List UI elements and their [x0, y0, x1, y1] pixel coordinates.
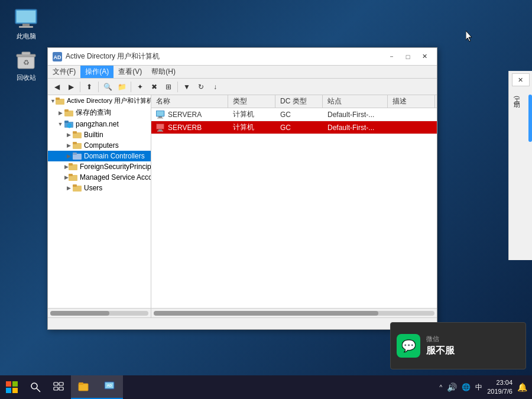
tree-foreign-security[interactable]: ▶ ForeignSecurityPrincip... [48, 161, 151, 172]
col-name[interactable]: 名称 [151, 95, 228, 108]
scrollbar-indicator[interactable] [528, 95, 532, 142]
menu-file[interactable]: 文件(F) [48, 66, 80, 78]
list-header: 名称 类型 DC 类型 站点 描述 [151, 95, 437, 108]
svg-rect-31 [158, 116, 162, 118]
tree-folder-icon-queries [64, 109, 74, 117]
tree-folder-icon-builtin [73, 131, 82, 139]
tree-expand-foreign: ▶ [64, 164, 69, 170]
list-row-servera[interactable]: SERVERA 计算机 GC Default-First-... [151, 108, 437, 121]
taskbar-clock[interactable]: 23:04 2019/7/6 [487, 378, 512, 397]
svg-rect-26 [69, 174, 73, 176]
svg-rect-38 [12, 381, 18, 387]
cell-servera-name: SERVERA [151, 109, 228, 120]
desktop-icon-recycle-bin[interactable]: ♻ 回收站 [7, 47, 45, 85]
toolbar-props-btn[interactable]: ⊞ [162, 80, 175, 93]
svg-rect-3 [19, 26, 33, 28]
tree-hscrollbar[interactable] [48, 309, 151, 317]
tree-pangzhan-label: pangzhan.net [76, 120, 119, 128]
tree-folder-icon-managed [69, 173, 78, 181]
toolbar-folder-btn[interactable]: 📁 [115, 80, 128, 93]
tree-managed-service[interactable]: ▶ Managed Service Acco... [48, 172, 151, 183]
tray-volume-icon[interactable]: 🔊 [447, 382, 457, 392]
tree-domain-controllers[interactable]: ▶ Domain Controllers [48, 151, 151, 161]
maximize-button[interactable]: □ [400, 51, 416, 63]
toolbar-search-btn[interactable]: 🔍 [101, 80, 114, 93]
toolbar-new-obj-btn[interactable]: ✦ [134, 80, 147, 93]
taskbar-ad-btn[interactable]: AD [97, 375, 123, 399]
tree-panel: ▼ Active Directory 用户和计算机 ▶ [48, 95, 151, 308]
mouse-cursor [466, 31, 473, 43]
desktop-icon-this-pc[interactable]: 此电脑 [7, 6, 45, 43]
svg-line-42 [37, 388, 40, 392]
tree-scroll-thumb[interactable] [50, 311, 109, 316]
svg-rect-30 [157, 111, 164, 116]
svg-rect-35 [158, 129, 162, 131]
cell-servera-desc [388, 113, 435, 116]
tree-root-label: Active Directory 用户和计算机 [67, 96, 151, 105]
list-scroll-thumb[interactable] [154, 311, 378, 316]
toolbar: ◀ ▶ ⬆ 🔍 📁 ✦ ✖ ⊞ ▼ ↻ ↓ [48, 79, 437, 95]
svg-rect-32 [157, 118, 163, 119]
svg-rect-6 [22, 52, 30, 55]
taskbar-task-view-btn[interactable] [47, 375, 71, 399]
menu-view[interactable]: 查看(V) [113, 66, 147, 78]
window-titlebar: AD Active Directory 用户和计算机 － □ ✕ [48, 48, 437, 66]
svg-point-41 [31, 383, 37, 389]
tray-ime-icon[interactable]: 中 [475, 382, 482, 392]
side-panel-close-button[interactable]: ✕ [512, 73, 530, 86]
taskbar-file-explorer-btn[interactable] [71, 375, 97, 399]
close-button[interactable]: ✕ [417, 51, 432, 63]
cell-serverb-name: SERVERB [151, 122, 228, 133]
this-pc-icon [14, 8, 38, 30]
minimize-button[interactable]: － [384, 51, 399, 63]
svg-rect-24 [69, 163, 73, 166]
svg-rect-28 [73, 184, 77, 187]
tray-notification-icon[interactable]: 🔔 [517, 382, 527, 392]
cell-serverb-type: 计算机 [228, 121, 275, 134]
list-hscrollbar[interactable] [151, 309, 437, 317]
toolbar-sep-4 [177, 82, 178, 92]
computer-icon-servera [156, 111, 166, 119]
tray-chevron-icon[interactable]: ^ [439, 384, 442, 391]
menu-action[interactable]: 操作(A) [80, 66, 113, 78]
tree-folder-icon-computers [73, 141, 82, 150]
col-site[interactable]: 站点 [323, 95, 388, 108]
tree-saved-queries[interactable]: ▶ 保存的查询 [48, 106, 151, 119]
tree-expand-pangzhan: ▼ [56, 121, 64, 127]
tree-expand-computers: ▶ [64, 142, 73, 148]
tree-folder-icon-users [73, 184, 82, 192]
content-area: ▼ Active Directory 用户和计算机 ▶ [48, 95, 437, 308]
toolbar-forward-btn[interactable]: ▶ [64, 80, 77, 93]
toolbar-filter-btn[interactable]: ▼ [180, 80, 193, 93]
svg-rect-34 [157, 124, 164, 129]
toolbar-export-btn[interactable]: ↓ [209, 80, 222, 93]
tree-users[interactable]: ▶ Users [48, 183, 151, 193]
toolbar-delete-btn[interactable]: ✖ [148, 80, 161, 93]
recycle-bin-icon: ♻ [14, 50, 38, 71]
list-row-serverb[interactable]: SERVERB 计算机 GC Default-First-... [151, 121, 437, 134]
tree-builtin[interactable]: ▶ Builtin [48, 129, 151, 140]
svg-rect-39 [6, 388, 11, 393]
menubar: 文件(F) 操作(A) 查看(V) 帮助(H) [48, 66, 437, 79]
start-button[interactable] [0, 375, 24, 399]
toolbar-refresh-btn[interactable]: ↻ [194, 80, 207, 93]
tree-root[interactable]: ▼ Active Directory 用户和计算机 [48, 95, 151, 106]
menu-help[interactable]: 帮助(H) [147, 66, 180, 78]
tree-computers[interactable]: ▶ Computers [48, 140, 151, 151]
col-dc-type[interactable]: DC 类型 [275, 95, 323, 108]
svg-rect-2 [22, 24, 30, 26]
tray-network-icon[interactable]: 🌐 [462, 383, 471, 391]
col-type[interactable]: 类型 [228, 95, 275, 108]
svg-rect-48 [79, 382, 83, 385]
taskbar-search-btn[interactable] [24, 375, 47, 399]
tree-folder-icon-foreign [69, 163, 78, 171]
col-desc[interactable]: 描述 [388, 95, 435, 108]
svg-text:♻: ♻ [23, 59, 30, 67]
toolbar-up-btn[interactable]: ⬆ [83, 80, 96, 93]
toolbar-back-btn[interactable]: ◀ [50, 80, 63, 93]
this-pc-label: 此电脑 [17, 32, 36, 41]
svg-rect-20 [73, 142, 77, 144]
tree-pangzhan[interactable]: ▼ 🌐 pangzhan.net [48, 119, 151, 129]
toolbar-sep-1 [80, 82, 80, 92]
wechat-notification[interactable]: 💬 微信 服不服 [390, 322, 526, 369]
